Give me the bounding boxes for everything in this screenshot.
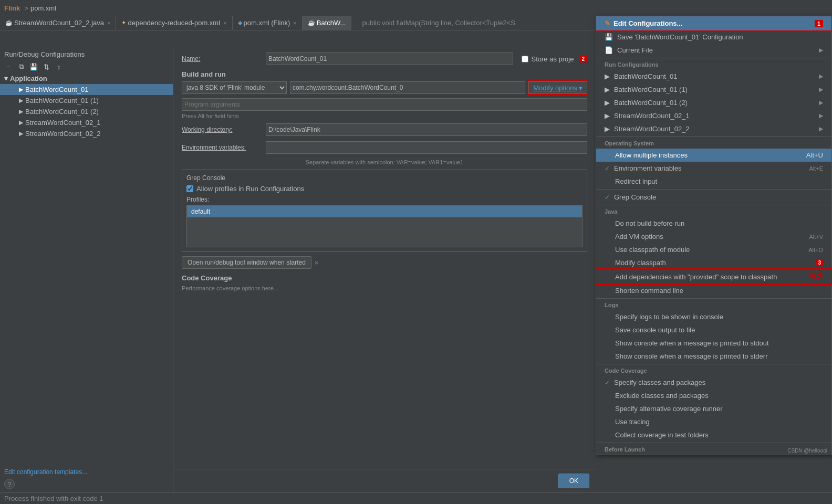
- name-row: Name: Store as proje 2: [182, 52, 587, 65]
- modify-classpath-item[interactable]: Modify classpath 3: [596, 256, 831, 269]
- add-dependencies-item[interactable]: Add dependencies with "provided" scope t…: [596, 269, 831, 284]
- modify-options-button[interactable]: Modify options ▾: [528, 81, 587, 94]
- code-coverage-section-label: Code Coverage: [596, 365, 831, 376]
- sidebar-title: Run/Debug Configurations: [0, 48, 173, 60]
- open-window-row: Open run/debug tool window when started …: [182, 256, 587, 269]
- dropdown-separator-2: [596, 136, 831, 137]
- checkmark-grep: ✓: [605, 194, 610, 201]
- cc-item-5[interactable]: Collect coverage in test folders: [596, 428, 831, 442]
- dialog-main: Name: Store as proje 2 Build and run jav…: [173, 46, 596, 492]
- chevron-down-icon-2: ▾: [579, 84, 583, 92]
- dialog-footer: OK: [173, 469, 596, 492]
- tab-pom[interactable]: ◆ pom.xml (Flink) ×: [233, 16, 303, 30]
- sidebar-item-swc-01[interactable]: ▶ StreamWordCount_02_1: [0, 117, 173, 128]
- config-bwc-01[interactable]: ▶ BatchWordCount_01 ▶: [596, 70, 831, 83]
- badge-3: 3: [816, 260, 823, 266]
- ok-button[interactable]: OK: [558, 474, 589, 488]
- help-button[interactable]: ?: [4, 479, 15, 489]
- save-toolbar-button[interactable]: 💾: [28, 61, 39, 72]
- args-hint: Press Alt for field hints: [182, 113, 587, 119]
- tab-icon-pom: ◆: [238, 19, 242, 26]
- edit-config-icon: ✎: [605, 19, 610, 27]
- sidebar-item-bwc-01[interactable]: ▶ BatchWordCount_01: [0, 84, 173, 95]
- cc-item-4[interactable]: Use tracing: [596, 415, 831, 428]
- config-bwc-01-2[interactable]: ▶ BatchWordCount_01 (2) ▶: [596, 96, 831, 109]
- tab-close[interactable]: ×: [107, 20, 110, 26]
- class-input[interactable]: [290, 81, 525, 94]
- current-file-item[interactable]: 📄 Current File ▶: [596, 44, 831, 57]
- app-icon-1: ▶: [605, 72, 610, 80]
- store-as-checkbox[interactable]: [522, 56, 528, 62]
- config-swc-02[interactable]: ▶ StreamWordCount_02_2 ▶: [596, 122, 831, 135]
- cc-item-3[interactable]: Specify alternative coverage runner: [596, 402, 831, 415]
- save-config-item[interactable]: 💾 Save 'BatchWordCount_01' Configuration: [596, 30, 831, 44]
- args-input[interactable]: [182, 98, 587, 111]
- sidebar-item-bwc-01-2[interactable]: ▶ BatchWordCount_01 (2): [0, 106, 173, 117]
- os-section-label: Operating System: [596, 138, 831, 149]
- tab-close[interactable]: ×: [223, 20, 226, 26]
- move-button[interactable]: ⇅: [41, 61, 51, 72]
- logs-item-2[interactable]: Save console output to file: [596, 323, 831, 337]
- checkmark-cc: ✓: [605, 379, 610, 386]
- cc-item-2[interactable]: Exclude classes and packages: [596, 389, 831, 402]
- tab-streamwordcount[interactable]: ☕ StreamWordCount_02_2.java ×: [0, 16, 116, 30]
- tab-close[interactable]: ×: [293, 20, 296, 26]
- tab-dependency[interactable]: ✦ dependency-reduced-pom.xml ×: [116, 16, 232, 30]
- edit-configurations-item[interactable]: ✎ Edit Configurations... 1: [596, 16, 831, 30]
- arrow-icon-1: ▶: [819, 73, 823, 80]
- allow-profiles-label: Allow profiles in Run Configurations: [196, 185, 304, 193]
- sidebar-item-bwc-01-1[interactable]: ▶ BatchWordCount_01 (1): [0, 95, 173, 106]
- dropdown-separator-7: [596, 443, 831, 443]
- env-vars-input[interactable]: [266, 141, 587, 154]
- add-vm-options-item[interactable]: Add VM options Alt+V: [596, 230, 831, 243]
- open-window-close[interactable]: ×: [315, 259, 319, 267]
- config-bwc-01-1[interactable]: ▶ BatchWordCount_01 (1) ▶: [596, 83, 831, 96]
- cc-item-1[interactable]: ✓Specify classes and packages: [596, 376, 831, 389]
- edit-templates-link[interactable]: Edit configuration templates...: [4, 468, 87, 476]
- tab-icon-active: ☕: [308, 19, 315, 26]
- title-separator: >: [24, 4, 28, 12]
- default-profile-item[interactable]: default: [187, 206, 582, 217]
- status-text: Process finished with exit code 1: [4, 495, 103, 502]
- sdk-selector[interactable]: java 8 SDK of 'Flink' module: [182, 81, 287, 94]
- allow-profiles-checkbox[interactable]: [186, 185, 193, 192]
- sidebar-item-swc-02[interactable]: ▶ StreamWordCount_02_2: [0, 128, 173, 139]
- app-icon-4: ▶: [605, 112, 610, 120]
- arrow-icon-4: ▶: [819, 112, 823, 119]
- minus-button[interactable]: −: [3, 61, 14, 72]
- modify-options-label: Modify options: [533, 84, 577, 92]
- dialog-form-area: Name: Store as proje 2 Build and run jav…: [173, 46, 596, 469]
- shorten-cmd-item[interactable]: Shorten command line: [596, 284, 831, 297]
- do-not-build-item[interactable]: Do not build before run: [596, 217, 831, 230]
- logs-item-4[interactable]: Show console when a message is printed t…: [596, 350, 831, 363]
- code-coverage-form-section: Code Coverage Performance coverage optio…: [182, 274, 587, 291]
- environment-variables-item[interactable]: ✓ Environment variables Alt+E: [596, 162, 831, 175]
- name-input[interactable]: [266, 52, 513, 65]
- tab-batchw[interactable]: ☕ BatchW...: [303, 16, 352, 30]
- copy-button[interactable]: ⧉: [16, 61, 26, 72]
- sort-button[interactable]: ↕: [54, 61, 64, 72]
- app-icon-3: ▶: [605, 99, 610, 107]
- arrow-icon-3: ▶: [819, 99, 823, 106]
- logs-item-1[interactable]: Specify logs to be shown in console: [596, 310, 831, 323]
- allow-profiles-row: Allow profiles in Run Configurations: [186, 185, 583, 193]
- edit-config-label: Edit Configurations...: [613, 19, 682, 27]
- current-file-label: Current File: [617, 46, 653, 54]
- allow-multiple-instances-item[interactable]: Allow multiple instances Alt+U: [596, 149, 831, 162]
- working-dir-input[interactable]: [266, 123, 587, 136]
- redirect-input-item[interactable]: Redirect input: [596, 175, 831, 188]
- build-run-row: java 8 SDK of 'Flink' module Modify opti…: [182, 81, 587, 94]
- open-window-button[interactable]: Open run/debug tool window when started: [182, 256, 311, 269]
- dropdown-separator-3: [596, 189, 831, 190]
- sidebar-item-application[interactable]: ▾ Application: [0, 73, 173, 84]
- sidebar-title-label: Run/Debug Configurations: [4, 50, 85, 58]
- grep-console-item[interactable]: ✓ Grep Console: [596, 191, 831, 204]
- config-swc-01[interactable]: ▶ StreamWordCount_02_1 ▶: [596, 109, 831, 122]
- arrow-icon-5: ▶: [819, 125, 823, 132]
- use-classpath-item[interactable]: Use classpath of module Alt+O: [596, 243, 831, 256]
- tab-label: StreamWordCount_02_2.java: [14, 19, 104, 27]
- annotation-chinese: 勾选: [808, 272, 823, 281]
- logs-item-3[interactable]: Show console when a message is printed t…: [596, 337, 831, 350]
- save-config-label: Save 'BatchWordCount_01' Configuration: [617, 33, 743, 41]
- shortcut-alt-v: Alt+V: [809, 234, 823, 240]
